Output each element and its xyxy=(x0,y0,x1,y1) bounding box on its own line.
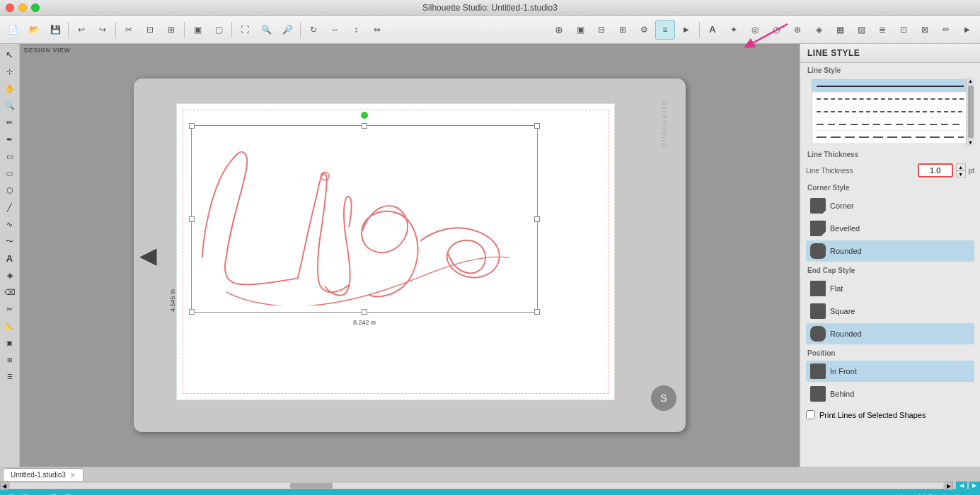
status-icon-2[interactable]: ▶ xyxy=(969,482,980,490)
media-button[interactable]: ▣ xyxy=(570,20,590,40)
handle-mr[interactable] xyxy=(534,216,540,222)
new-button[interactable]: 📄 xyxy=(3,20,23,40)
print-lines-row[interactable]: Print Lines of Selected Shapes xyxy=(800,406,980,424)
knife-btn[interactable]: ▦ xyxy=(830,20,850,40)
mirror-button[interactable]: ⇔ xyxy=(367,20,387,40)
handle-ml[interactable] xyxy=(189,216,195,222)
pattern-btn[interactable]: ✦ xyxy=(724,20,744,40)
curve-tool[interactable]: ∿ xyxy=(2,216,18,232)
line-style-dash3[interactable] xyxy=(812,118,968,131)
zoom-tool[interactable]: 🔍 xyxy=(2,98,18,113)
position-option-behind[interactable]: Behind xyxy=(806,383,974,404)
morph-btn[interactable]: ◈ xyxy=(809,20,829,40)
maximize-button[interactable] xyxy=(31,4,40,12)
endcap-option-square[interactable]: Square xyxy=(806,301,974,322)
open-button[interactable]: 📂 xyxy=(24,20,44,40)
thickness-input[interactable] xyxy=(918,163,953,177)
thickness-up-btn[interactable]: ▲ xyxy=(956,163,966,170)
status-icon-1[interactable]: ◀ xyxy=(956,482,967,490)
nav-arrow[interactable]: ◀ xyxy=(139,242,157,269)
scroll-thumb[interactable] xyxy=(290,483,333,489)
line-style-dash1[interactable] xyxy=(812,93,968,105)
line-style-grid[interactable] xyxy=(812,79,969,144)
line-style-solid[interactable] xyxy=(812,80,968,93)
flip-h-button[interactable]: ↔ xyxy=(325,20,345,40)
measure-tool[interactable]: 📐 xyxy=(2,318,18,334)
color-fill-btn[interactable]: ▨ xyxy=(851,20,871,40)
tab-untitled[interactable]: Untitled-1.studio3 ✕ xyxy=(3,468,83,481)
rotate-handle[interactable] xyxy=(361,112,368,119)
scroll-right-btn[interactable]: ▶ xyxy=(945,482,953,490)
scroll-down-btn[interactable]: ▼ xyxy=(967,139,974,146)
pointer-tool[interactable]: ↖ xyxy=(2,47,18,62)
more2-btn[interactable]: ▶ xyxy=(957,20,977,40)
sketch-btn[interactable]: ✏ xyxy=(936,20,956,40)
h-scrollbar[interactable]: ◀ ▶ ◀ ▶ xyxy=(0,481,980,489)
corner-option-bevelled[interactable]: Bevelled xyxy=(806,218,974,239)
pan-tool[interactable]: ✋ xyxy=(2,81,18,96)
line-style-scrollbar[interactable]: ▲ ▼ xyxy=(966,78,974,146)
canvas-area[interactable]: DESIGN VIEW silhouette S ◀ xyxy=(20,44,800,467)
redo-button[interactable]: ↪ xyxy=(93,20,113,40)
transform-btn[interactable]: ⊠ xyxy=(915,20,935,40)
eraser-tool[interactable]: ⌫ xyxy=(2,284,18,300)
rotate-button[interactable]: ↻ xyxy=(304,20,323,40)
tab-close-icon[interactable]: ✕ xyxy=(70,472,76,479)
endcap-option-flat[interactable]: Flat xyxy=(806,278,974,299)
copy-button[interactable]: ⊡ xyxy=(140,20,160,40)
more-button[interactable]: ▶ xyxy=(676,20,696,40)
position-option-infront[interactable]: In Front xyxy=(806,361,974,382)
media-tool-l[interactable]: ▣ xyxy=(2,335,18,351)
flip-v-button[interactable]: ↕ xyxy=(346,20,366,40)
close-button[interactable] xyxy=(6,4,14,12)
corner-option-rounded[interactable]: Rounded xyxy=(806,240,974,262)
canvas-paper[interactable]: 8.242 in 4.545 in xyxy=(176,103,615,400)
replicate-btn[interactable]: ⊡ xyxy=(894,20,913,40)
scroll-up-btn[interactable]: ▲ xyxy=(967,78,974,84)
config-button[interactable]: ⚙ xyxy=(634,20,654,40)
endcap-option-rounded[interactable]: Rounded xyxy=(806,323,974,344)
node-tool[interactable]: ⊹ xyxy=(2,64,18,79)
scroll-left-btn[interactable]: ◀ xyxy=(0,482,8,490)
group-button[interactable]: ▣ xyxy=(188,20,207,40)
layers-tool[interactable]: ⊞ xyxy=(2,352,18,368)
knife-tool-l[interactable]: ✂ xyxy=(2,301,18,317)
handle-br[interactable] xyxy=(534,309,540,315)
paste-button[interactable]: ⊞ xyxy=(161,20,181,40)
status-btn-5[interactable]: ⊠ xyxy=(62,491,74,496)
pencil-tool[interactable]: ✏ xyxy=(2,115,18,130)
line-style-button[interactable]: ≡ xyxy=(655,20,675,40)
zoom-fit-button[interactable]: ⛶ xyxy=(235,20,255,40)
offset-btn[interactable]: ◷ xyxy=(766,20,786,40)
cut-button[interactable]: ✂ xyxy=(119,20,139,40)
corner-option-corner[interactable]: Corner xyxy=(806,195,974,216)
zoom-in-button[interactable]: 🔍 xyxy=(256,20,276,40)
zoom-out-button[interactable]: 🔎 xyxy=(277,20,297,40)
save-button[interactable]: 💾 xyxy=(45,20,65,40)
freehand-tool[interactable]: 〜 xyxy=(2,233,18,249)
trace-btn[interactable]: ◎ xyxy=(745,20,765,40)
status-btn-2[interactable]: ⊟ xyxy=(20,491,31,496)
fill-tool[interactable]: ◈ xyxy=(2,267,18,283)
handle-bm[interactable] xyxy=(362,309,367,315)
line-style-dash2[interactable] xyxy=(812,105,968,118)
weld-btn[interactable]: ⊕ xyxy=(788,20,807,40)
status-btn-4[interactable]: ⊡ xyxy=(48,491,59,496)
scroll-track[interactable] xyxy=(10,483,943,489)
print-lines-checkbox[interactable] xyxy=(806,410,815,419)
handle-tr[interactable] xyxy=(534,123,540,129)
line-tool[interactable]: ╱ xyxy=(2,199,18,215)
status-btn-1[interactable]: ⊞ xyxy=(6,491,17,496)
line-style-dash4[interactable] xyxy=(812,131,968,144)
handle-bl[interactable] xyxy=(189,309,195,315)
handle-tl[interactable] xyxy=(189,123,195,129)
polygon-tool[interactable]: ⬡ xyxy=(2,182,18,198)
select-tool-right[interactable]: ⊕ xyxy=(549,20,569,40)
ungroup-button[interactable]: ▢ xyxy=(209,20,229,40)
minimize-button[interactable] xyxy=(18,4,27,12)
align-btn[interactable]: ≣ xyxy=(872,20,892,40)
cut-settings-button[interactable]: ⊟ xyxy=(592,20,611,40)
text-tool-btn[interactable]: A xyxy=(703,20,722,40)
undo-button[interactable]: ↩ xyxy=(71,20,91,40)
text-tool[interactable]: A xyxy=(2,250,18,266)
